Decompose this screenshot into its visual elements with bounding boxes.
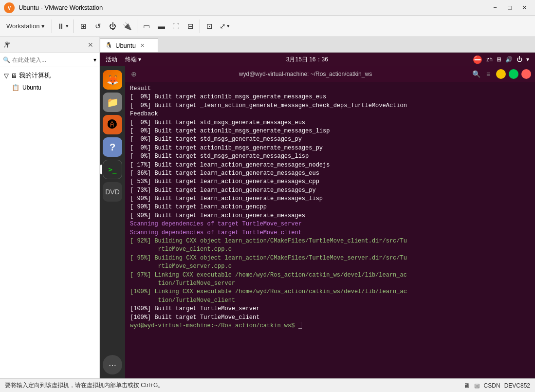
tab-bar: 🐧 Ubuntu ✕ xyxy=(100,37,535,53)
toolbar-separator-4 xyxy=(200,19,200,33)
dock-firefox-icon[interactable]: 🦊 xyxy=(103,70,122,90)
terminal-line-5: [ 0%] Built target std_msgs_generate_mes… xyxy=(130,135,530,144)
terminal-maximize-button[interactable]: □ xyxy=(509,69,518,79)
terminal-icon: >_ xyxy=(109,166,117,173)
toolbar-separator-2 xyxy=(74,19,74,33)
view-button-2[interactable]: ▬ xyxy=(154,18,168,35)
pause-icon: ⏸ xyxy=(57,22,64,30)
power-status-icon: ⏻ xyxy=(517,56,522,63)
view-icon-3: ⛶ xyxy=(172,22,180,30)
terminal-minimize-button[interactable]: − xyxy=(496,69,506,79)
terminal-line-6: [ 0%] Built target actionlib_msgs_genera… xyxy=(130,144,530,152)
status-devc-label: DEVC852 xyxy=(504,382,530,389)
terminal-line-1: [ 0%] Built target actionlib_msgs_genera… xyxy=(130,93,530,101)
terminal-container: 🦊 📁 🅐 ? >_ xyxy=(100,66,535,378)
terminal-text-area[interactable]: Result [ 0%] Built target actionlib_msgs… xyxy=(125,82,535,378)
files-icon: 📁 xyxy=(107,96,119,108)
status-hint-text: 要将输入定向到该虚拟机，请在虚拟机内部单击或按 Ctrl+G。 xyxy=(5,381,164,390)
fullscreen-dropdown: ▾ xyxy=(227,23,230,29)
terminal-menu-label[interactable]: 终端 ▾ xyxy=(125,56,141,64)
dock-apps-button[interactable]: ⋯ xyxy=(103,355,122,374)
terminal-line-13: [ 90%] Built target learn_action_gencpp xyxy=(130,203,530,211)
vm-display[interactable]: 活动 终端 ▾ 3月15日 16：36 ⛔ zh ⊞ 🔊 ⏻ ▾ xyxy=(100,53,535,378)
console-button[interactable]: ⊡ xyxy=(203,18,216,35)
title-bar: V Ubuntu - VMware Workstation − □ ✕ xyxy=(0,0,535,16)
terminal-line-result: Result xyxy=(130,85,530,93)
terminal-line-scan2: Scanning dependencies of target TurtleMo… xyxy=(130,229,530,237)
network-button[interactable]: 🔌 xyxy=(120,18,134,35)
terminal-window-controls: 🔍 ≡ − □ ✕ xyxy=(472,69,531,79)
sidebar-close-button[interactable]: ✕ xyxy=(86,40,95,50)
dock-terminal-icon[interactable]: >_ xyxy=(103,160,122,179)
view-button-4[interactable]: ⊟ xyxy=(184,18,197,35)
ubuntu-dock: 🦊 📁 🅐 ? >_ xyxy=(100,66,125,378)
toolbar-separator-1 xyxy=(52,19,52,33)
settings-icon: ⊞ xyxy=(80,22,87,31)
terminal-line-feedback: Feedback xyxy=(130,110,530,118)
fullscreen-button[interactable]: ⤢ ▾ xyxy=(217,18,232,35)
sidebar: 库 ✕ 🔍 ▾ ▽ 🖥 我的计算机 📋 Ubuntu xyxy=(0,37,100,378)
language-label[interactable]: zh xyxy=(486,56,493,63)
status-monitor-icon: 🖥 xyxy=(463,382,470,390)
search-input[interactable] xyxy=(12,56,92,63)
pause-dropdown-icon: ▾ xyxy=(66,23,69,29)
close-button[interactable]: ✕ xyxy=(517,2,531,13)
dock-help-icon[interactable]: ? xyxy=(103,137,122,157)
pause-button[interactable]: ⏸ ▾ xyxy=(55,18,71,35)
tab-close-button[interactable]: ✕ xyxy=(139,41,147,49)
apps-grid-icon: ⋯ xyxy=(109,360,116,370)
sidebar-section-my-computer: ▽ 🖥 我的计算机 xyxy=(0,69,99,82)
help-icon: ? xyxy=(110,142,115,153)
view-icon-1: ▭ xyxy=(143,22,150,31)
main-area: 库 ✕ 🔍 ▾ ▽ 🖥 我的计算机 📋 Ubuntu 🐧 Ubuntu xyxy=(0,37,535,378)
terminal-line-2: [ 0%] Built target _learn_action_generat… xyxy=(130,102,530,110)
toolbar: Workstation ▾ ⏸ ▾ ⊞ ↺ ⏻ 🔌 ▭ ▬ ⛶ ⊟ ⊡ ⤢ ▾ xyxy=(0,16,535,37)
topbar-dropdown-icon: ▾ xyxy=(526,56,529,63)
vm-settings-button[interactable]: ⊞ xyxy=(76,18,90,35)
minimize-button[interactable]: − xyxy=(488,2,502,13)
snapshot-button[interactable]: ↺ xyxy=(91,18,105,35)
view-icon-4: ⊟ xyxy=(187,22,194,31)
terminal-search-button[interactable]: 🔍 xyxy=(472,69,480,79)
terminal-new-tab-button[interactable]: ⊕ xyxy=(129,69,139,79)
terminal-menu-button[interactable]: ≡ xyxy=(483,69,493,79)
network-icon: 🔌 xyxy=(123,22,132,31)
power-button[interactable]: ⏻ xyxy=(106,18,119,35)
view-icon-2: ▬ xyxy=(158,22,165,30)
terminal-line-10: [ 53%] Built target learn_action_generat… xyxy=(130,178,530,186)
dvd-icon: DVD xyxy=(105,188,120,196)
workstation-label: Workstation xyxy=(6,22,39,30)
status-bar: 要将输入定向到该虚拟机，请在虚拟机内部单击或按 Ctrl+G。 🖥 ⊞ CSDN… xyxy=(0,378,535,392)
search-dropdown-icon: ▾ xyxy=(93,56,96,63)
terminal-title: wyd@wyd-virtual-machine: ~/Ros_action/ca… xyxy=(143,71,468,77)
workstation-menu-button[interactable]: Workstation ▾ xyxy=(2,18,49,35)
my-computer-label: 我的计算机 xyxy=(19,71,51,80)
terminal-titlebar: ⊕ wyd@wyd-virtual-machine: ~/Ros_action/… xyxy=(125,66,535,82)
view-button-3[interactable]: ⛶ xyxy=(169,18,183,35)
sidebar-search-container: 🔍 ▾ xyxy=(0,53,99,67)
network-status-icon: ⊞ xyxy=(497,56,501,63)
terminal-close-button[interactable]: ✕ xyxy=(521,69,531,79)
expand-icon: ▽ xyxy=(4,72,9,79)
view-button-1[interactable]: ▭ xyxy=(140,18,153,35)
terminal-line-7: [ 0%] Built target std_msgs_generate_mes… xyxy=(130,152,530,161)
status-network-icon: ⊞ xyxy=(474,382,480,390)
ubuntu-topbar: 活动 终端 ▾ 3月15日 16：36 ⛔ zh ⊞ 🔊 ⏻ ▾ xyxy=(100,53,535,66)
terminal-line-link2: [100%] Linking CXX executable /home/wyd/… xyxy=(130,288,530,305)
sidebar-item-ubuntu[interactable]: 📋 Ubuntu xyxy=(0,82,99,93)
window-controls: − □ ✕ xyxy=(488,2,531,13)
dock-software-icon[interactable]: 🅐 xyxy=(103,115,122,134)
maximize-button[interactable]: □ xyxy=(503,2,517,13)
activities-label[interactable]: 活动 xyxy=(106,56,117,64)
firefox-icon: 🦊 xyxy=(107,74,119,86)
terminal-line-done2: [100%] Built target TurtleMove_client xyxy=(130,314,530,322)
dock-dvd-icon[interactable]: DVD xyxy=(103,182,122,202)
fullscreen-icon: ⤢ xyxy=(220,22,226,31)
terminal-line-9: [ 36%] Built target learn_action_generat… xyxy=(130,169,530,178)
window-title: Ubuntu - VMware Workstation xyxy=(18,4,488,11)
tab-ubuntu-icon: 🐧 xyxy=(105,42,112,49)
dock-files-icon[interactable]: 📁 xyxy=(103,93,122,112)
tab-ubuntu[interactable]: 🐧 Ubuntu ✕ xyxy=(100,38,158,52)
terminal-line-build2: [ 95%] Building CXX object learn_action/… xyxy=(130,254,530,271)
svg-text:V: V xyxy=(8,5,11,11)
